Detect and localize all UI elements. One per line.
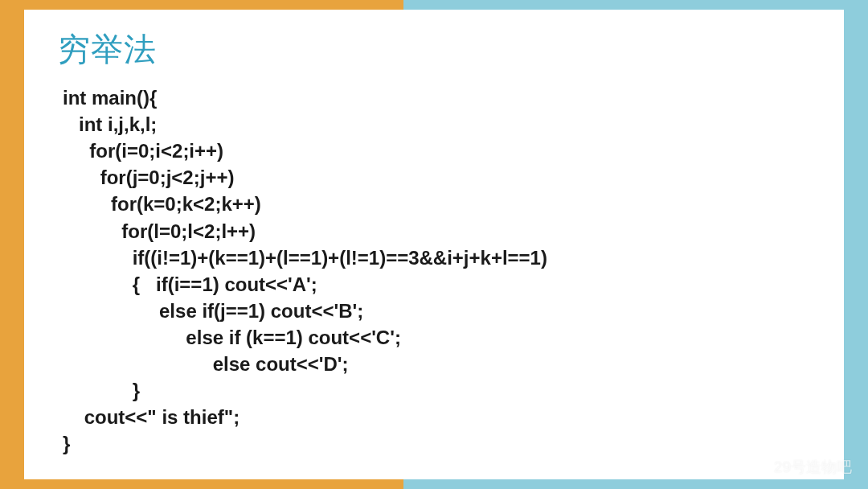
code-block: int main(){ int i,j,k,l; for(i=0;i<2;i++… — [63, 84, 817, 458]
slide-card: 穷举法 int main(){ int i,j,k,l; for(i=0;i<2… — [24, 10, 844, 479]
watermark-text: 29号造物吧 — [774, 457, 852, 478]
slide-title: 穷举法 — [58, 27, 817, 72]
wechat-icon — [750, 458, 769, 477]
watermark: 29号造物吧 — [750, 457, 852, 478]
